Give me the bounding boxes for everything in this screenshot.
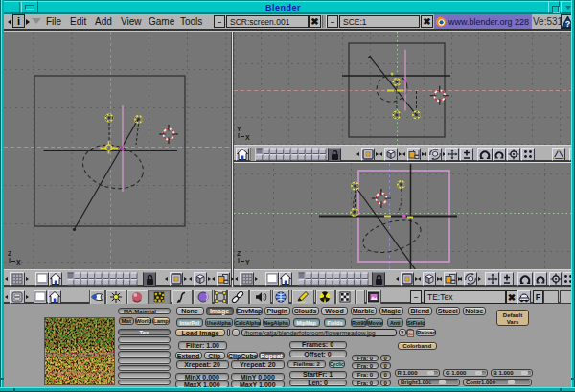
svg-text:X: X bbox=[16, 259, 21, 265]
svg-text:Y: Y bbox=[245, 259, 250, 265]
svg-text:Y: Y bbox=[237, 126, 242, 132]
svg-text:Z: Z bbox=[8, 250, 12, 257]
svg-text:?: ? bbox=[565, 19, 571, 29]
svg-text:X: X bbox=[245, 134, 250, 141]
svg-text:Z: Z bbox=[237, 250, 242, 257]
